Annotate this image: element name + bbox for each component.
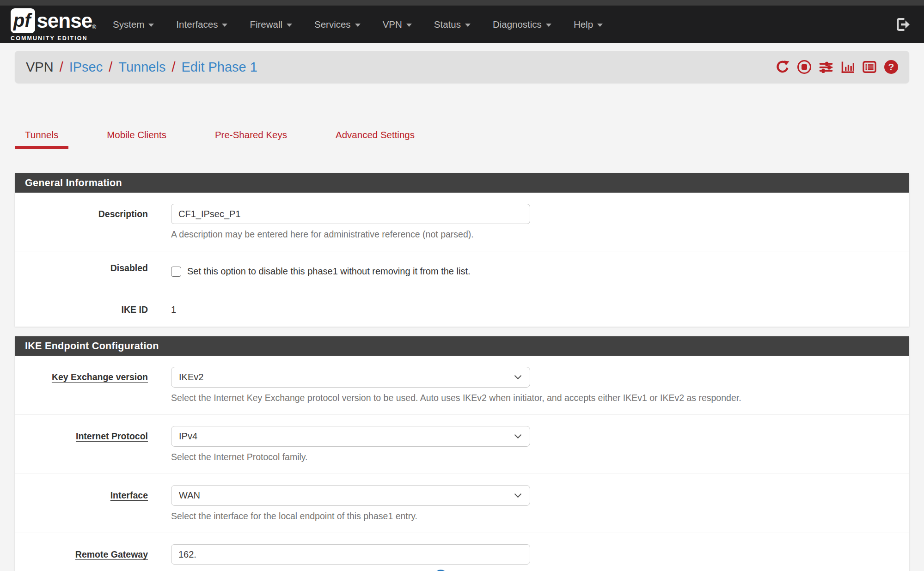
pfsense-pf-badge: pf <box>11 8 35 33</box>
refresh-icon[interactable] <box>776 60 789 74</box>
interface-row: Interface WAN Select the interface for t… <box>15 474 909 533</box>
caret-down-icon <box>465 24 471 27</box>
chevron-down-icon <box>514 431 522 439</box>
internet-protocol-row: Internet Protocol IPv4 Select the Intern… <box>15 415 909 474</box>
caret-down-icon <box>546 24 551 27</box>
breadcrumb-separator: / <box>60 60 63 75</box>
remote-gateway-row: Remote Gateway Enter the public IP addre… <box>15 533 909 571</box>
breadcrumb-link-ipsec[interactable]: IPsec <box>69 60 103 75</box>
tab-bar: Tunnels Mobile Clients Pre-Shared Keys A… <box>15 129 909 140</box>
ike-id-label: IKE ID <box>15 299 171 315</box>
description-row: Description A description may be entered… <box>15 193 909 251</box>
interface-selected-value: WAN <box>179 490 200 501</box>
pfsense-wordmark: sense <box>37 9 92 32</box>
disabled-checkbox-label: Set this option to disable this phase1 w… <box>187 266 471 277</box>
disabled-row: Disabled Set this option to disable this… <box>15 251 909 288</box>
caret-down-icon <box>287 24 292 27</box>
tab-pre-shared-keys[interactable]: Pre-Shared Keys <box>205 129 297 140</box>
sliders-icon[interactable] <box>819 60 833 74</box>
description-input[interactable] <box>171 204 530 224</box>
key-exchange-selected-value: IKEv2 <box>179 372 203 383</box>
internet-protocol-help: Select the Internet Protocol family. <box>171 452 909 462</box>
description-label: Description <box>15 204 171 240</box>
internet-protocol-label: Internet Protocol <box>15 426 171 462</box>
ike-endpoint-panel: IKE Endpoint Configuration Key Exchange … <box>15 336 909 571</box>
nav-item-help[interactable]: Help <box>563 19 614 30</box>
interface-select[interactable]: WAN <box>171 485 530 506</box>
internet-protocol-select[interactable]: IPv4 <box>171 426 530 447</box>
caret-down-icon <box>597 24 603 27</box>
page-action-icons: ? <box>776 60 898 74</box>
remote-gateway-input[interactable] <box>171 544 530 565</box>
section-title-general-information: General Information <box>15 173 909 193</box>
chevron-down-icon <box>514 491 522 498</box>
remote-gateway-label: Remote Gateway <box>15 544 171 571</box>
tab-tunnels[interactable]: Tunnels <box>15 129 68 140</box>
breadcrumb: VPN / IPsec / Tunnels / Edit Phase 1 <box>26 60 257 75</box>
tab-advanced-settings[interactable]: Advanced Settings <box>325 129 425 140</box>
sign-out-icon[interactable] <box>895 17 911 32</box>
main-menu: System Interfaces Firewall Services VPN … <box>102 19 614 30</box>
general-information-panel: General Information Description A descri… <box>15 173 909 327</box>
nav-item-status[interactable]: Status <box>423 19 482 30</box>
chevron-down-icon <box>514 372 522 380</box>
breadcrumb-link-tunnels[interactable]: Tunnels <box>118 60 165 75</box>
nav-item-label: Status <box>434 19 461 30</box>
disabled-label: Disabled <box>15 262 171 277</box>
interface-help: Select the interface for the local endpo… <box>171 511 909 522</box>
navbar-top-strip <box>0 0 924 6</box>
breadcrumb-section: VPN <box>26 60 54 75</box>
internet-protocol-selected-value: IPv4 <box>179 431 197 442</box>
help-icon[interactable]: ? <box>884 60 898 74</box>
caret-down-icon <box>222 24 227 27</box>
interface-label: Interface <box>15 485 171 522</box>
caret-down-icon <box>406 24 412 27</box>
nav-item-interfaces[interactable]: Interfaces <box>165 19 239 30</box>
nav-item-firewall[interactable]: Firewall <box>239 19 303 30</box>
pfsense-logo[interactable]: pf sense ® COMMUNITY EDITION <box>11 8 96 42</box>
top-navbar: pf sense ® COMMUNITY EDITION System Inte… <box>0 0 924 43</box>
disabled-checkbox[interactable] <box>171 267 181 277</box>
key-exchange-help: Select the Internet Key Exchange protoco… <box>171 393 909 403</box>
registered-mark: ® <box>92 24 96 30</box>
community-edition-label: COMMUNITY EDITION <box>11 35 96 42</box>
nav-item-diagnostics[interactable]: Diagnostics <box>482 19 563 30</box>
section-title-ike-endpoint: IKE Endpoint Configuration <box>15 336 909 356</box>
nav-item-label: Services <box>314 19 351 30</box>
caret-down-icon <box>148 24 154 27</box>
tab-mobile-clients[interactable]: Mobile Clients <box>97 129 177 140</box>
key-exchange-select[interactable]: IKEv2 <box>171 367 530 388</box>
nav-item-label: Diagnostics <box>493 19 542 30</box>
stop-icon-square <box>802 64 807 70</box>
list-icon[interactable] <box>863 60 876 74</box>
ike-id-row: IKE ID 1 <box>15 288 909 326</box>
nav-item-label: VPN <box>383 19 402 30</box>
nav-item-label: Firewall <box>250 19 282 30</box>
key-exchange-label: Key Exchange version <box>15 367 171 403</box>
nav-item-label: System <box>113 19 144 30</box>
nav-item-services[interactable]: Services <box>303 19 372 30</box>
breadcrumb-bar: VPN / IPsec / Tunnels / Edit Phase 1 <box>15 51 909 83</box>
breadcrumb-link-edit-phase1[interactable]: Edit Phase 1 <box>181 60 257 75</box>
bar-chart-icon[interactable] <box>841 60 855 74</box>
nav-item-label: Help <box>574 19 593 30</box>
nav-item-label: Interfaces <box>176 19 218 30</box>
key-exchange-row: Key Exchange version IKEv2 Select the In… <box>15 356 909 415</box>
breadcrumb-separator: / <box>171 60 175 75</box>
description-help: A description may be entered here for ad… <box>171 229 909 240</box>
nav-item-vpn[interactable]: VPN <box>372 19 423 30</box>
ike-id-value: 1 <box>171 299 909 315</box>
stop-icon[interactable] <box>797 60 811 74</box>
breadcrumb-separator: / <box>109 60 112 75</box>
caret-down-icon <box>355 24 361 27</box>
nav-item-system[interactable]: System <box>102 19 165 30</box>
